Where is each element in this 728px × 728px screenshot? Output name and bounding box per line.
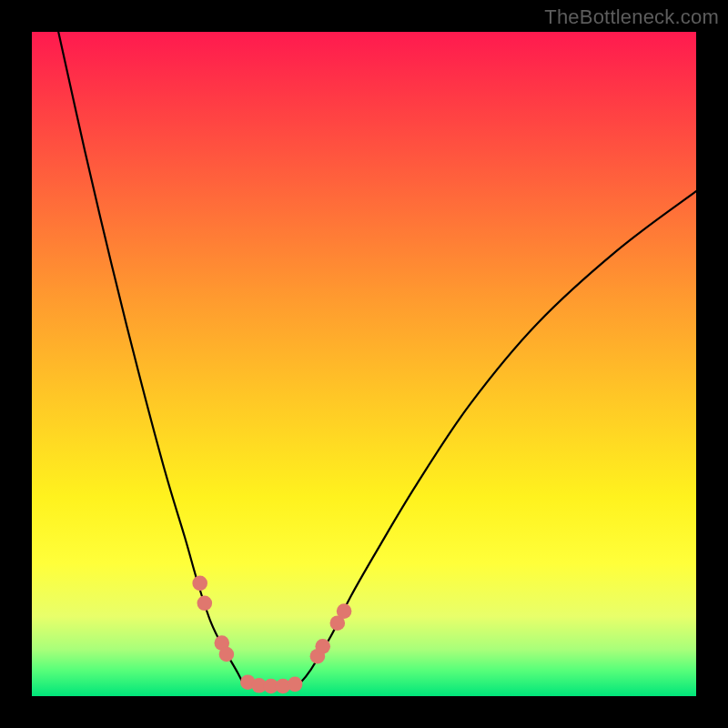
right-curve [298, 191, 696, 686]
plot-svg [32, 32, 696, 696]
plot-area [32, 32, 696, 696]
marker-dot [219, 647, 235, 662]
marker-dot [315, 639, 330, 654]
marker-dot [197, 596, 213, 612]
watermark-label: TheBottleneck.com [544, 5, 719, 29]
marker-dot [192, 576, 207, 592]
left-curve [58, 32, 244, 686]
marker-dot [337, 603, 352, 619]
chart-frame: TheBottleneck.com [0, 0, 728, 728]
marker-dot [288, 677, 303, 693]
